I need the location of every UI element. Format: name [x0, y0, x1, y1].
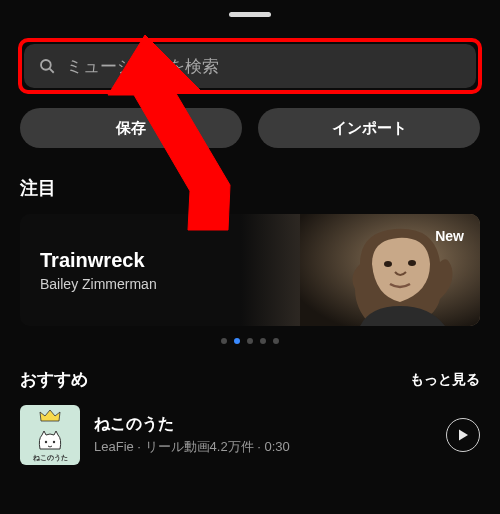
- recommended-header: おすすめ もっと見る: [20, 368, 480, 391]
- svg-line-1: [50, 69, 54, 73]
- svg-point-3: [384, 261, 392, 267]
- featured-heading: 注目: [20, 176, 480, 200]
- featured-text: Trainwreck Bailey Zimmerman: [20, 249, 157, 292]
- track-title: ねこのうた: [94, 414, 432, 435]
- import-button[interactable]: インポート: [258, 108, 480, 148]
- cat-icon: [36, 429, 64, 453]
- album-caption: ねこのうた: [20, 453, 80, 463]
- svg-point-5: [45, 441, 47, 443]
- track-subtitle: LeaFie · リール動画4.2万件 · 0:30: [94, 438, 432, 456]
- dot[interactable]: [273, 338, 279, 344]
- search-highlight-box: ミュージックを検索: [18, 38, 482, 94]
- page-indicator: [0, 338, 500, 344]
- featured-track-artist: Bailey Zimmerman: [40, 276, 157, 292]
- crown-icon: [39, 409, 61, 423]
- recommended-heading: おすすめ: [20, 368, 88, 391]
- dot[interactable]: [221, 338, 227, 344]
- album-art: ねこのうた: [20, 405, 80, 465]
- track-meta: ねこのうた LeaFie · リール動画4.2万件 · 0:30: [94, 414, 432, 456]
- svg-point-4: [408, 260, 416, 266]
- featured-track-title: Trainwreck: [40, 249, 157, 272]
- dot[interactable]: [260, 338, 266, 344]
- search-input[interactable]: ミュージックを検索: [24, 44, 476, 88]
- saved-button[interactable]: 保存: [20, 108, 242, 148]
- svg-point-6: [53, 441, 55, 443]
- featured-card[interactable]: Trainwreck Bailey Zimmerman New: [20, 214, 480, 326]
- see-more-link[interactable]: もっと見る: [410, 371, 480, 389]
- action-buttons-row: 保存 インポート: [20, 108, 480, 148]
- search-icon: [38, 57, 56, 75]
- dot-active[interactable]: [234, 338, 240, 344]
- play-icon: [458, 429, 469, 441]
- dot[interactable]: [247, 338, 253, 344]
- play-button[interactable]: [446, 418, 480, 452]
- new-badge: New: [435, 228, 464, 244]
- track-row[interactable]: ねこのうた ねこのうた LeaFie · リール動画4.2万件 · 0:30: [20, 405, 480, 465]
- search-placeholder: ミュージックを検索: [66, 55, 219, 78]
- svg-point-0: [41, 60, 51, 70]
- drag-handle[interactable]: [229, 12, 271, 17]
